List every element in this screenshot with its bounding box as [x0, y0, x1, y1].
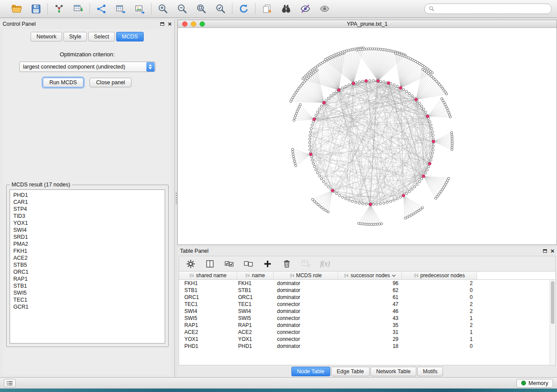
mcds-result-item[interactable]: STB5	[14, 261, 165, 268]
table-cell[interactable]: 62	[338, 287, 402, 294]
table-row[interactable]: SWI5SWI5connector431	[179, 315, 555, 322]
window-close-button[interactable]	[182, 21, 187, 27]
table-row[interactable]: YOX1YOX1connector291	[179, 336, 555, 343]
mcds-result-item[interactable]: RAP1	[14, 275, 165, 282]
table-scrollbar[interactable]	[550, 280, 555, 365]
table-row[interactable]: FKH1FKH1dominator962	[179, 280, 555, 287]
table-cell[interactable]: FKH1	[179, 280, 237, 287]
show-all-button[interactable]	[318, 3, 331, 15]
table-cell[interactable]: YOX1	[179, 336, 237, 343]
table-cell[interactable]: RAP1	[179, 322, 237, 329]
table-scrollbar-thumb[interactable]	[551, 281, 554, 324]
zoom-fit-button[interactable]	[195, 3, 208, 15]
table-cell[interactable]: connector	[273, 336, 338, 343]
table-cell[interactable]: 31	[338, 329, 402, 336]
table-cell[interactable]: FKH1	[237, 280, 273, 287]
table-cell[interactable]: 61	[338, 294, 402, 301]
table-cell[interactable]: dominator	[273, 287, 338, 294]
mcds-result-item[interactable]: PMA2	[14, 241, 165, 248]
table-cell[interactable]: 0	[402, 294, 477, 301]
table-row[interactable]: RAP1RAP1dominator352	[179, 322, 555, 329]
search-box[interactable]	[424, 3, 552, 14]
mcds-result-item[interactable]: CAR1	[14, 199, 165, 206]
window-minimize-button[interactable]	[191, 21, 196, 27]
mcds-result-item[interactable]: TEC1	[14, 296, 165, 303]
mcds-result-item[interactable]: STP4	[14, 206, 165, 213]
import-table-button[interactable]	[72, 3, 84, 15]
table-cell[interactable]: STB1	[179, 287, 237, 294]
table-cell[interactable]: PHD1	[237, 343, 273, 350]
tab-node-table[interactable]: Node Table	[291, 367, 330, 376]
table-settings-button[interactable]	[185, 258, 196, 269]
table-cell[interactable]: 0	[402, 287, 477, 294]
column-header-predecessor-nodes[interactable]: predecessor nodes	[402, 272, 477, 279]
delete-table-button[interactable]	[301, 258, 311, 269]
table-cell[interactable]: TEC1	[237, 301, 273, 308]
mcds-result-item[interactable]: TID3	[14, 213, 165, 220]
float-panel-button[interactable]	[160, 22, 164, 26]
table-cell[interactable]: SWI5	[179, 315, 237, 322]
table-row[interactable]: ORC1ORC1dominator610	[179, 294, 555, 301]
mcds-result-item[interactable]: SWI5	[14, 289, 165, 296]
table-cell[interactable]: 35	[338, 322, 402, 329]
table-cell[interactable]: RAP1	[237, 322, 273, 329]
mcds-result-item[interactable]: GCR1	[14, 303, 165, 310]
table-cell[interactable]: SWI4	[179, 308, 237, 315]
hide-selected-button[interactable]	[299, 3, 311, 15]
table-cell[interactable]: TEC1	[179, 301, 237, 308]
table-cell[interactable]: 1	[402, 329, 477, 336]
zoom-in-button[interactable]	[157, 3, 169, 15]
tab-network[interactable]: Network	[31, 32, 62, 41]
tab-style[interactable]: Style	[63, 32, 87, 41]
table-cell[interactable]: 1	[402, 315, 477, 322]
memory-button[interactable]: Memory	[516, 379, 553, 388]
window-maximize-button[interactable]	[200, 21, 205, 27]
mcds-result-item[interactable]: FKH1	[14, 248, 165, 254]
network-graph[interactable]	[178, 28, 557, 244]
run-mcds-button[interactable]: Run MCDS	[43, 78, 83, 87]
float-table-panel-button[interactable]	[543, 249, 547, 253]
tab-select[interactable]: Select	[88, 32, 115, 41]
show-columns-button[interactable]	[204, 258, 215, 269]
column-header-name[interactable]: name	[237, 272, 273, 279]
table-cell[interactable]: dominator	[273, 294, 338, 301]
table-row[interactable]: SWI4SWI4dominator462	[179, 308, 555, 315]
export-table-button[interactable]	[114, 3, 127, 15]
table-cell[interactable]: SWI5	[237, 315, 273, 322]
table-cell[interactable]: ACE2	[237, 329, 273, 336]
mcds-result-item[interactable]: PHD1	[14, 192, 165, 199]
mcds-result-item[interactable]: SRD1	[14, 234, 165, 241]
table-cell[interactable]: 0	[402, 343, 477, 350]
export-image-button[interactable]	[134, 3, 146, 15]
save-button[interactable]	[30, 3, 42, 15]
table-cell[interactable]: 29	[338, 336, 402, 343]
table-cell[interactable]: 96	[338, 280, 402, 287]
mcds-result-item[interactable]: SWI4	[14, 227, 165, 234]
network-window-titlebar[interactable]: YPA_prune.txt_1	[178, 20, 557, 28]
table-cell[interactable]: connector	[273, 329, 338, 336]
table-cell[interactable]: STB1	[237, 287, 273, 294]
close-panel-button[interactable]: ×	[168, 21, 172, 27]
table-cell[interactable]: 46	[338, 308, 402, 315]
table-row[interactable]: STB1STB1dominator620	[179, 287, 555, 294]
apply-layout-button[interactable]	[238, 3, 250, 15]
table-cell[interactable]: 1	[402, 336, 477, 343]
table-row[interactable]: TEC1TEC1connector472	[179, 301, 555, 308]
delete-column-button[interactable]	[281, 258, 292, 269]
close-table-panel-button[interactable]: ×	[550, 248, 554, 254]
open-file-button[interactable]	[10, 3, 23, 15]
table-cell[interactable]: 18	[338, 343, 402, 350]
tab-network-table[interactable]: Network Table	[370, 367, 416, 376]
add-column-button[interactable]	[262, 258, 273, 269]
network-canvas[interactable]	[178, 28, 557, 244]
import-network-button[interactable]	[53, 3, 65, 15]
table-cell[interactable]: PHD1	[179, 343, 237, 350]
function-builder-button[interactable]: f(x)	[320, 258, 330, 269]
column-header-shared-name[interactable]: shared name	[179, 272, 237, 279]
table-cell[interactable]: dominator	[273, 322, 338, 329]
deselect-all-button[interactable]	[243, 258, 253, 269]
table-cell[interactable]: 43	[338, 315, 402, 322]
table-cell[interactable]: 2	[402, 280, 477, 287]
search-input[interactable]	[437, 6, 547, 12]
criterion-select[interactable]: largest connected component (undirected)	[19, 62, 156, 72]
